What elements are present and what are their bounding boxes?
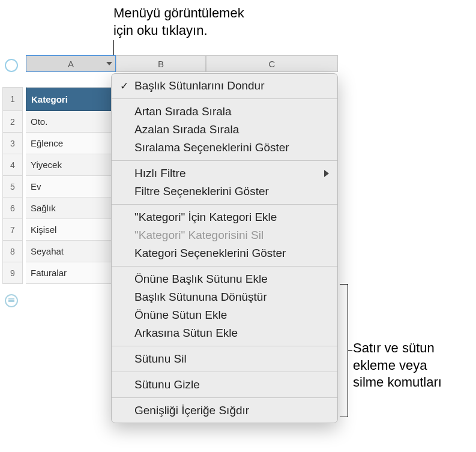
chevron-right-icon: [324, 170, 329, 177]
callout-bracket-connector: [348, 350, 352, 351]
menu-separator: [112, 204, 337, 205]
column-label-c: C: [269, 59, 276, 69]
row-header-6[interactable]: 6: [2, 197, 23, 219]
annotation-top-line2: için oku tıklayın.: [113, 23, 208, 38]
menu-delete-category: "Kategori" Kategorisini Sil: [112, 226, 337, 244]
menu-hide-column[interactable]: Sütunu Gizle: [112, 376, 337, 394]
row-header-7[interactable]: 7: [2, 219, 23, 241]
table-row: Ev: [26, 176, 116, 197]
menu-separator: [112, 98, 337, 99]
column-label-a: A: [68, 59, 74, 69]
menu-category-options[interactable]: Kategori Seçeneklerini Göster: [112, 244, 337, 262]
menu-sort-ascending[interactable]: Artan Sırada Sırala: [112, 103, 337, 121]
row-header-5[interactable]: 5: [2, 176, 23, 197]
table-row: Kategori: [26, 87, 116, 111]
column-context-menu: ✓ Başlık Sütunlarını Dondur Artan Sırada…: [111, 73, 338, 423]
data-cells: Kategori Oto. Eğlence Yiyecek Ev Sağlık …: [26, 87, 116, 284]
cell-a3[interactable]: Eğlence: [26, 133, 116, 154]
annotation-top: Menüyü görüntülemek için oku tıklayın.: [113, 5, 244, 39]
row-header-9[interactable]: 9: [2, 262, 23, 284]
cell-a6[interactable]: Sağlık: [26, 197, 116, 219]
menu-separator: [112, 160, 337, 161]
row-header-2[interactable]: 2: [2, 111, 23, 133]
menu-filter-options[interactable]: Filtre Seçeneklerini Göster: [112, 182, 337, 200]
menu-freeze-header-columns[interactable]: ✓ Başlık Sütunlarını Dondur: [112, 77, 337, 95]
column-header-a[interactable]: A: [26, 55, 116, 72]
menu-sort-options[interactable]: Sıralama Seçeneklerini Göster: [112, 139, 337, 157]
table-row: Yiyecek: [26, 154, 116, 176]
menu-sort-descending[interactable]: Azalan Sırada Sırala: [112, 121, 337, 139]
table-row: Faturalar: [26, 262, 116, 284]
menu-add-col-before[interactable]: Önüne Sütun Ekle: [112, 306, 337, 324]
table-row: Sağlık: [26, 197, 116, 219]
cell-a2[interactable]: Oto.: [26, 111, 116, 133]
row-header-8[interactable]: 8: [2, 241, 23, 262]
annotation-right-line2: ekleme veya: [353, 358, 427, 373]
row-header-3[interactable]: 3: [2, 133, 23, 154]
cell-a5[interactable]: Ev: [26, 176, 116, 197]
menu-fit-width[interactable]: Genişliği İçeriğe Sığdır: [112, 402, 337, 420]
cell-a9[interactable]: Faturalar: [26, 262, 116, 284]
menu-separator: [112, 266, 337, 267]
table-row: Kişisel: [26, 219, 116, 241]
row-headers: 1 2 3 4 5 6 7 8 9: [2, 87, 23, 284]
menu-separator: [112, 397, 337, 398]
callout-bracket: [340, 284, 348, 417]
cell-a1[interactable]: Kategori: [26, 87, 116, 111]
add-row-handle[interactable]: [5, 294, 18, 307]
menu-separator: [112, 372, 337, 372]
table-row: Oto.: [26, 111, 116, 133]
chevron-down-icon[interactable]: [106, 62, 112, 65]
menu-add-header-col-before[interactable]: Önüne Başlık Sütunu Ekle: [112, 270, 337, 288]
annotation-right: Satır ve sütun ekleme veya silme komutla…: [353, 340, 442, 391]
column-label-b: B: [158, 59, 164, 69]
annotation-right-line3: silme komutları: [353, 375, 442, 390]
menu-quick-filter[interactable]: Hızlı Filtre: [112, 164, 337, 182]
table-row: Seyahat: [26, 241, 116, 262]
checkmark-icon: ✓: [120, 80, 128, 92]
row-header-4[interactable]: 4: [2, 154, 23, 176]
menu-add-category[interactable]: "Kategori" İçin Kategori Ekle: [112, 208, 337, 226]
menu-delete-column[interactable]: Sütunu Sil: [112, 350, 337, 368]
annotation-right-line1: Satır ve sütun: [353, 340, 435, 355]
column-header-b[interactable]: B: [116, 55, 206, 72]
annotation-top-line1: Menüyü görüntülemek: [113, 5, 244, 20]
row-header-1[interactable]: 1: [2, 87, 23, 111]
column-headers: A B C: [26, 55, 338, 72]
menu-separator: [112, 346, 337, 346]
menu-add-col-after[interactable]: Arkasına Sütun Ekle: [112, 324, 337, 342]
column-header-c[interactable]: C: [206, 55, 338, 72]
cell-a8[interactable]: Seyahat: [26, 241, 116, 262]
cell-a7[interactable]: Kişisel: [26, 219, 116, 241]
cell-a4[interactable]: Yiyecek: [26, 154, 116, 176]
menu-convert-to-header[interactable]: Başlık Sütununa Dönüştür: [112, 288, 337, 306]
table-row: Eğlence: [26, 133, 116, 154]
table-handle-corner[interactable]: [5, 59, 18, 72]
